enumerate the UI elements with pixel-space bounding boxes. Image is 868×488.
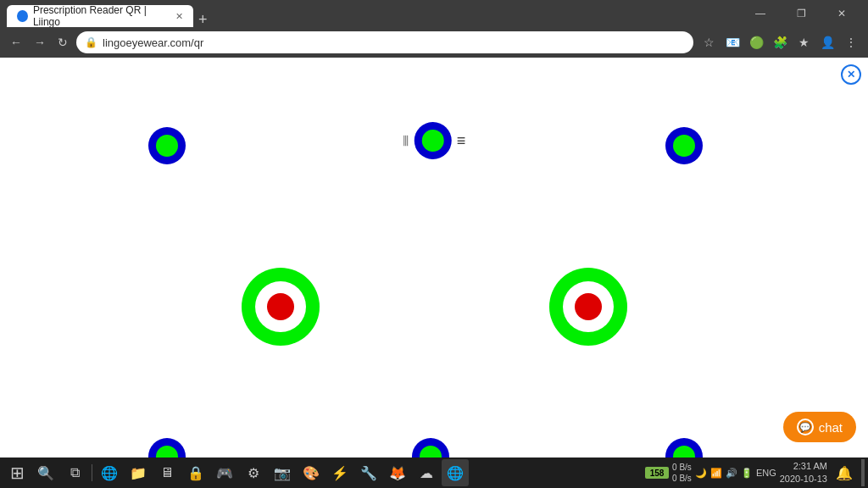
ext2-icon[interactable]: 🟢 (746, 32, 766, 53)
chat-label: chat (819, 420, 843, 435)
target-left (242, 268, 320, 346)
window-controls: — ❐ ✕ (741, 0, 861, 27)
ext1-icon[interactable]: 📧 (722, 32, 743, 53)
notifications-button[interactable]: 🔔 (831, 459, 858, 486)
dot-bottom-center (412, 438, 449, 458)
taskbar-separator (92, 464, 92, 481)
taskbar-app-4[interactable]: 🔒 (182, 459, 209, 486)
taskbar-app-6[interactable]: ⚙ (240, 459, 267, 486)
time-display: 2:31 AM (780, 460, 827, 473)
bookmark-icon[interactable]: ☆ (698, 32, 719, 53)
chat-button[interactable]: 💬 chat (783, 412, 856, 442)
back-button[interactable]: ← (7, 36, 25, 49)
bars-icon: ⦀ (403, 132, 409, 150)
tab-label: Prescription Reader QR | Liingo (33, 4, 165, 28)
taskbar-app-11[interactable]: 🦊 (384, 459, 411, 486)
dot-top-left (148, 127, 186, 164)
url-text: lingoeyewear.com/qr (103, 36, 203, 49)
taskbar-app-chrome[interactable]: 🌐 (442, 459, 469, 486)
taskbar: ⊞ 🔍 ⧉ 🌐 📁 🖥 🔒 🎮 ⚙ 📷 🎨 ⚡ 🔧 🦊 ☁ 🌐 158 0 B/… (0, 458, 868, 488)
battery-text: 158 (650, 469, 665, 478)
battery-icon[interactable]: 🔋 (741, 468, 753, 479)
new-tab-button[interactable]: + (198, 12, 208, 27)
taskbar-search[interactable]: 🔍 (32, 459, 59, 486)
speaker-icon[interactable]: 🔊 (726, 468, 737, 479)
wifi-icon[interactable]: 📶 (710, 468, 722, 479)
tab-area: Prescription Reader QR | Liingo ✕ + (7, 0, 737, 27)
toolbar-icons: ☆ 📧 🟢 🧩 ★ 👤 ⋮ (698, 32, 861, 53)
taskbar-app-12[interactable]: ☁ (413, 459, 440, 486)
target-right (549, 268, 627, 346)
page-close-button[interactable]: ✕ (841, 64, 861, 85)
data-down: 0 B/s (672, 473, 692, 484)
taskbar-app-5[interactable]: 🎮 (211, 459, 238, 486)
secure-icon: 🔒 (85, 36, 97, 48)
close-button[interactable]: ✕ (822, 0, 861, 27)
data-up: 0 B/s (672, 462, 692, 473)
forward-button[interactable]: → (31, 36, 49, 49)
tab-favicon (17, 10, 28, 22)
taskbar-app-2[interactable]: 📁 (125, 459, 152, 486)
start-button[interactable]: ⊞ (3, 459, 31, 486)
chat-icon: 💬 (797, 419, 814, 435)
dot-bottom-right (665, 438, 703, 458)
ext3-icon[interactable]: 🧩 (770, 32, 790, 53)
minimize-button[interactable]: — (741, 0, 780, 27)
language-label: ENG (756, 468, 776, 478)
taskbar-right: 158 0 B/s 0 B/s 🌙 📶 🔊 🔋 ENG 2:31 AM 2020… (645, 459, 865, 486)
page-content: ✕ ⦀ ≡ (0, 58, 868, 458)
sys-tray: 🌙 📶 🔊 🔋 (695, 468, 753, 479)
active-tab[interactable]: Prescription Reader QR | Liingo ✕ (7, 5, 193, 27)
clock[interactable]: 2:31 AM 2020-10-13 (780, 460, 827, 486)
taskbar-task-view[interactable]: ⧉ (61, 459, 88, 486)
taskbar-app-10[interactable]: 🔧 (355, 459, 382, 486)
dot-bottom-left (148, 438, 186, 458)
battery-indicator: 158 (645, 467, 669, 479)
taskbar-app-3[interactable]: 🖥 (153, 459, 181, 486)
show-desktop-button[interactable] (861, 459, 865, 486)
maximize-button[interactable]: ❐ (782, 0, 821, 27)
refresh-button[interactable]: ↻ (54, 36, 71, 49)
title-bar: Prescription Reader QR | Liingo ✕ + — ❐ … (0, 0, 868, 27)
date-display: 2020-10-13 (780, 473, 827, 485)
data-rate: 0 B/s 0 B/s (672, 462, 692, 484)
menu-button[interactable]: ⋮ (841, 32, 861, 53)
taskbar-app-9[interactable]: ⚡ (326, 459, 353, 486)
ext4-icon[interactable]: ★ (793, 32, 814, 53)
dot-top-right (665, 127, 703, 164)
avatar-icon[interactable]: 👤 (817, 32, 837, 53)
taskbar-app-8[interactable]: 🎨 (298, 459, 325, 486)
address-bar: ← → ↻ 🔒 lingoeyewear.com/qr ☆ 📧 🟢 🧩 ★ 👤 … (0, 27, 868, 58)
taskbar-app-7[interactable]: 📷 (269, 459, 296, 486)
url-box[interactable]: 🔒 lingoeyewear.com/qr (76, 31, 693, 53)
tab-close-btn[interactable]: ✕ (175, 11, 183, 22)
menu-lines-icon: ≡ (457, 132, 466, 150)
browser-frame: Prescription Reader QR | Liingo ✕ + — ❐ … (0, 0, 868, 488)
center-icons: ⦀ ≡ (403, 122, 466, 159)
night-mode-icon[interactable]: 🌙 (695, 468, 707, 479)
taskbar-app-1[interactable]: 🌐 (96, 459, 123, 486)
